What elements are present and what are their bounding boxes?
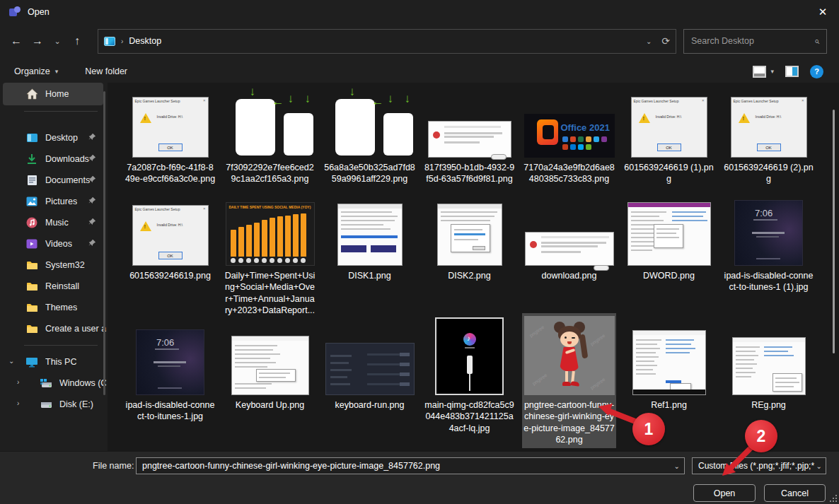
file-name: 817f3950-b1db-4932-9f5d-63a57f6d9f81.png	[424, 162, 515, 185]
search-input[interactable]: Search Desktop ⌕	[683, 29, 827, 54]
sidebar-item-create-a-user-ac[interactable]: Create a user ac	[0, 318, 106, 339]
file-name: 6015639246619.png	[125, 270, 216, 281]
file-item[interactable]: ↓←↓↓56a8a3e50b325ad7fd859a9961aff229.png	[323, 86, 417, 188]
sidebar-item-label: Create a user ac	[45, 324, 106, 334]
file-thumbnail-regedit-purple	[627, 199, 711, 266]
sidebar-item-desktop[interactable]: Desktop	[0, 127, 106, 148]
folder-icon	[25, 322, 38, 335]
file-item[interactable]: 7:06ipad-is-disabled-connect-to-itunes-1…	[722, 196, 816, 319]
home-icon	[25, 88, 38, 100]
sidebar-item-home[interactable]: Home	[3, 83, 103, 105]
file-thumbnail-ipad-lock: 7:06	[734, 199, 803, 266]
file-name: DISK1.png	[324, 270, 415, 281]
file-name-label: File name:	[93, 461, 134, 471]
file-name: 7a2087cb-f69c-41f8-849e-e9ccf66a3c0e.png	[125, 162, 216, 185]
file-item[interactable]: DISK2.png	[422, 196, 516, 319]
chevron-down-icon[interactable]: ⌄	[674, 462, 680, 470]
file-item[interactable]: DWORD.png	[622, 196, 716, 319]
file-grid-row: Epic Games Launcher Setup×Invalid Drive:…	[123, 86, 821, 188]
new-folder-button[interactable]: New folder	[85, 66, 127, 76]
file-item[interactable]: DAILY TIME SPENT USING SOCIAL MEDIA (YOY…	[223, 196, 317, 319]
file-list: Epic Games Launcher Setup×Invalid Drive:…	[108, 83, 839, 451]
pin-icon	[88, 218, 96, 228]
chevron-icon[interactable]: ›	[17, 399, 19, 407]
preview-pane-icon[interactable]	[785, 66, 799, 77]
views-icon	[753, 66, 766, 78]
views-button[interactable]: ▾	[753, 66, 774, 78]
file-item[interactable]: download.png	[522, 196, 616, 319]
file-name: ipad-is-disabled-connect-to-itunes-1 (1)…	[723, 270, 814, 293]
file-thumbnail-ipad-lock: 7:06	[136, 316, 204, 395]
file-thumbnail-device-manager	[231, 316, 309, 395]
annotation-step-1: 1	[632, 413, 665, 445]
file-item[interactable]: Epic Games Launcher Setup×Invalid Drive:…	[123, 196, 217, 319]
chevron-down-icon: ▾	[770, 68, 774, 75]
monitor-icon	[25, 356, 38, 368]
breadcrumb[interactable]: Desktop	[129, 36, 161, 46]
file-list-scrollbar[interactable]	[833, 110, 835, 353]
organize-button[interactable]: Organize▾	[14, 66, 58, 76]
file-thumbnail-tablets: ↓←↓↓	[226, 89, 315, 158]
file-grid-row: 7:06ipad-is-disabled-connect-to-itunes-1…	[123, 313, 821, 448]
file-thumbnail-cartoon-girl: pngtreepngtreepngtreepngtree	[524, 316, 615, 395]
file-name: download.png	[523, 270, 615, 281]
file-item[interactable]: main-qimg-cd82fca5c9044e483b371421125a4a…	[422, 313, 516, 448]
sidebar-item-themes[interactable]: Themes	[0, 297, 106, 318]
file-item[interactable]: Epic Games Launcher Setup×Invalid Drive:…	[123, 86, 217, 188]
file-thumbnail-disk-window-dialog	[437, 199, 502, 266]
sidebar-item-label: Windows (C:)	[59, 378, 106, 388]
file-grid-row: Epic Games Launcher Setup×Invalid Drive:…	[123, 196, 821, 319]
sidebar-item-label: Home	[45, 89, 69, 99]
file-item[interactable]: ↓←↓↓7f3092292e7fee6ced29c1aa2cf165a3.png	[223, 86, 317, 188]
sidebar-item-pictures[interactable]: Pictures	[0, 191, 106, 212]
file-name: DISK2.png	[424, 270, 515, 281]
file-name-input[interactable]: pngtree-cartoon-funny-chinese-girl-winki…	[136, 457, 685, 474]
file-item[interactable]: 817f3950-b1db-4932-9f5d-63a57f6d9f81.png	[422, 86, 516, 188]
address-bar[interactable]: › Desktop ⌄ ⟳	[98, 29, 676, 54]
refresh-icon[interactable]: ⟳	[661, 35, 670, 47]
command-bar: Organize▾ New folder ▾ ?	[0, 60, 839, 83]
sidebar-item-windows-c-[interactable]: ›Windows (C:)	[0, 373, 106, 394]
sidebar-item-reinstall[interactable]: Reinstall	[0, 276, 106, 297]
file-type-select[interactable]: Custom Files (*.png;*.jfif;*.pjp;* ⌄	[692, 457, 826, 474]
file-thumbnail-epic-dialog: Epic Games Launcher Setup×Invalid Drive:…	[631, 89, 707, 158]
search-icon: ⌕	[814, 35, 819, 47]
resize-grip[interactable]	[830, 495, 837, 502]
help-icon[interactable]: ?	[810, 65, 823, 78]
sidebar-scrollbar[interactable]	[103, 91, 105, 395]
open-button[interactable]: Open	[693, 484, 756, 502]
sidebar-item-downloads[interactable]: Downloads	[0, 148, 106, 170]
cancel-button[interactable]: Cancel	[764, 484, 826, 502]
file-name: Keyboard Up.png	[224, 399, 316, 411]
desktop-location-icon	[104, 37, 115, 46]
navigation-bar: ← → ⌄ ↑ › Desktop ⌄ ⟳ Search Desktop ⌕	[0, 27, 839, 55]
file-item[interactable]: DISK1.png	[323, 196, 417, 319]
file-item[interactable]: Keyboard Up.png	[223, 313, 317, 448]
recent-locations-icon[interactable]: ⌄	[48, 30, 66, 52]
chevron-icon[interactable]: ⌄	[8, 357, 14, 365]
sidebar-item-label: Videos	[45, 239, 72, 249]
file-type-value: Custom Files (*.png;*.jfif;*.pjp;*	[698, 461, 814, 471]
sidebar-item-this-pc[interactable]: ⌄This PC	[0, 351, 106, 373]
sidebar-item-system32[interactable]: System32	[0, 254, 106, 276]
close-icon[interactable]: ✕	[806, 0, 839, 23]
back-icon[interactable]: ←	[6, 30, 27, 52]
file-item[interactable]: 7:06ipad-is-disabled-connect-to-itunes-1…	[123, 313, 217, 448]
sidebar-item-label: Themes	[45, 303, 77, 312]
file-item-selected[interactable]: pngtreepngtreepngtreepngtreepngtree-cart…	[522, 313, 616, 448]
file-item[interactable]: Office 20217170a24a3e9fb2d6ae8480385c733…	[522, 86, 616, 188]
forward-icon[interactable]: →	[27, 30, 48, 52]
chevron-icon[interactable]: ›	[17, 378, 19, 386]
address-dropdown-icon[interactable]: ⌄	[646, 37, 652, 45]
sidebar-item-videos[interactable]: Videos	[0, 233, 106, 254]
file-item[interactable]: Epic Games Launcher Setup×Invalid Drive:…	[622, 86, 716, 188]
file-item[interactable]: Epic Games Launcher Setup×Invalid Drive:…	[722, 86, 816, 188]
sidebar-item-music[interactable]: Music	[0, 212, 106, 233]
sidebar-item-disk-e-[interactable]: ›Disk (E:)	[0, 394, 106, 415]
file-thumbnail-regedit-box	[732, 316, 806, 395]
sidebar-item-documents[interactable]: Documents	[0, 170, 106, 191]
up-icon[interactable]: ↑	[66, 30, 88, 52]
file-item[interactable]: keyboard-run.png	[323, 313, 417, 448]
file-thumbnail-epic-dialog: Epic Games Launcher Setup×Invalid Drive:…	[132, 199, 209, 266]
file-name: 6015639246619 (2).png	[723, 162, 814, 185]
